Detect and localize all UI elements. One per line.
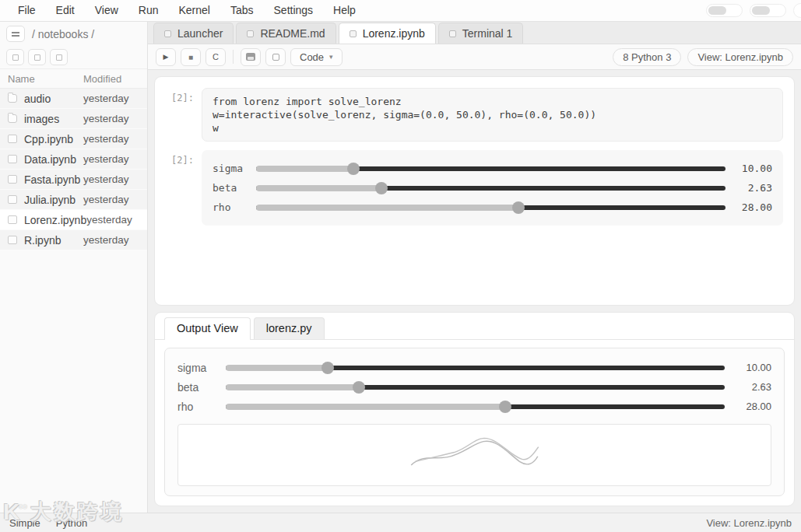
slider-label: rho: [177, 401, 218, 413]
menu-kernel[interactable]: Kernel: [168, 0, 220, 21]
breadcrumb[interactable]: / notebooks /: [32, 28, 94, 40]
file-name: audio: [24, 93, 83, 105]
slider-handle[interactable]: [353, 381, 365, 394]
file-browser-toolbar: [0, 46, 147, 69]
menu-tabs[interactable]: Tabs: [220, 0, 264, 21]
beta-slider[interactable]: [256, 182, 725, 194]
stop-icon: ■: [188, 53, 193, 61]
restart-icon: C: [213, 52, 219, 61]
slider-value: 10.00: [733, 163, 772, 174]
slider-handle[interactable]: [499, 401, 511, 413]
tab-label: README.md: [260, 27, 325, 40]
file-browser-toggle-button[interactable]: [6, 26, 25, 42]
file-name: Lorenz.ipynb: [24, 214, 86, 226]
tab-lorenz-py[interactable]: lorenz.py: [254, 317, 325, 339]
output-view-body: sigma 10.00 beta: [164, 348, 785, 496]
rho-slider[interactable]: [256, 201, 725, 214]
slider-fill: [256, 185, 381, 191]
sigma-slider-row: sigma 10.00: [177, 358, 771, 377]
view-badge[interactable]: View: Lorenz.ipynb: [687, 48, 793, 66]
menu-help[interactable]: Help: [323, 0, 366, 21]
file-row-lorenz[interactable]: Lorenz.ipynb yesterday: [0, 210, 147, 230]
notebook-icon: [8, 215, 17, 224]
run-cell-button[interactable]: ▶: [156, 48, 176, 66]
notebook-document: [2]: from lorenz import solve_lorenz w=i…: [154, 76, 795, 306]
tab-label: lorenz.py: [266, 322, 312, 334]
beta-slider-row: beta 2.63: [213, 178, 772, 198]
slider-label: sigma: [177, 362, 218, 374]
simple-mode-toggle[interactable]: Simple: [9, 517, 40, 529]
new-launcher-button[interactable]: [6, 49, 24, 65]
new-folder-button[interactable]: [28, 49, 46, 65]
column-name[interactable]: Name: [8, 73, 83, 85]
cell-icon: [272, 54, 279, 61]
cell-type-dropdown[interactable]: Code ▾: [290, 48, 343, 66]
run-icon: ▶: [163, 53, 169, 61]
slider-handle[interactable]: [347, 163, 360, 175]
folder-icon: [8, 114, 17, 123]
menu-view[interactable]: View: [85, 0, 128, 21]
sigma-slider[interactable]: [256, 163, 725, 175]
add-cell-button[interactable]: [265, 48, 286, 66]
slider-handle[interactable]: [512, 201, 525, 214]
tab-lorenz-notebook[interactable]: Lorenz.ipynb: [339, 23, 436, 44]
notebook-icon: [8, 195, 17, 204]
restart-kernel-button[interactable]: C: [206, 48, 226, 66]
kernel-status-badge[interactable]: 8 Python 3: [613, 48, 681, 66]
menu-settings[interactable]: Settings: [264, 0, 324, 21]
toggle-knob: [752, 6, 770, 15]
menu-file[interactable]: File: [8, 0, 46, 21]
cell-type-label: Code: [300, 51, 324, 63]
column-modified[interactable]: Modified: [83, 73, 139, 85]
slider-value: 28.00: [733, 201, 772, 213]
notebook-icon: [8, 155, 17, 163]
kernel-language-status[interactable]: Python: [56, 517, 87, 529]
file-row-audio[interactable]: audio yesterday: [0, 89, 147, 109]
code-line: w: [213, 121, 772, 135]
folder-icon: [8, 94, 17, 103]
tab-icon: [164, 30, 171, 37]
slider-handle[interactable]: [321, 362, 334, 374]
file-row-data[interactable]: Data.ipynb yesterday: [0, 149, 147, 170]
file-modified: yesterday: [86, 214, 139, 226]
file-modified: yesterday: [83, 153, 139, 165]
tab-icon: [247, 30, 254, 37]
file-row-r[interactable]: R.ipynb yesterday: [0, 230, 147, 250]
tab-label: Terminal 1: [462, 27, 513, 40]
square-icon: [56, 54, 62, 61]
file-browser-panel: / notebooks / Name Modified audio yester…: [0, 22, 148, 513]
menu-run[interactable]: Run: [128, 0, 169, 21]
tab-output-view[interactable]: Output View: [164, 317, 251, 339]
view-status: View: Lorenz.ipynb: [706, 517, 792, 529]
sigma-slider[interactable]: [226, 362, 725, 374]
output-view-panel: Output View lorenz.py sigma 10.: [154, 312, 795, 506]
slider-fill: [226, 365, 328, 371]
save-button[interactable]: [241, 48, 261, 66]
menu-edit[interactable]: Edit: [46, 0, 85, 21]
hamburger-icon: [12, 32, 19, 33]
code-editor[interactable]: from lorenz import solve_lorenz w=intera…: [202, 88, 783, 142]
file-row-images[interactable]: images yesterday: [0, 109, 147, 129]
slider-value: 2.63: [732, 381, 771, 393]
toggle-switch-1[interactable]: [706, 4, 743, 17]
menu-bar: File Edit View Run Kernel Tabs Settings …: [0, 0, 801, 22]
file-row-cpp[interactable]: Cpp.ipynb yesterday: [0, 129, 147, 149]
toggle-switch-2[interactable]: [750, 4, 786, 17]
file-row-fasta[interactable]: Fasta.ipynb yesterday: [0, 170, 147, 190]
slider-fill: [226, 384, 359, 390]
rho-slider[interactable]: [226, 401, 725, 413]
tab-icon: [350, 30, 357, 37]
document-tab-bar: Launcher README.md Lorenz.ipynb Terminal…: [148, 22, 801, 44]
file-list-header: Name Modified: [0, 69, 147, 89]
beta-slider[interactable]: [226, 381, 725, 394]
refresh-button[interactable]: [50, 49, 68, 65]
circle-button[interactable]: [793, 3, 801, 18]
file-row-julia[interactable]: Julia.ipynb yesterday: [0, 190, 147, 210]
slider-handle[interactable]: [375, 182, 388, 194]
interrupt-kernel-button[interactable]: ■: [181, 48, 201, 66]
notebook-icon: [8, 236, 17, 244]
tab-launcher[interactable]: Launcher: [153, 23, 234, 44]
tab-label: Lorenz.ipynb: [363, 27, 425, 40]
tab-readme[interactable]: README.md: [236, 23, 336, 44]
tab-terminal[interactable]: Terminal 1: [438, 23, 524, 44]
